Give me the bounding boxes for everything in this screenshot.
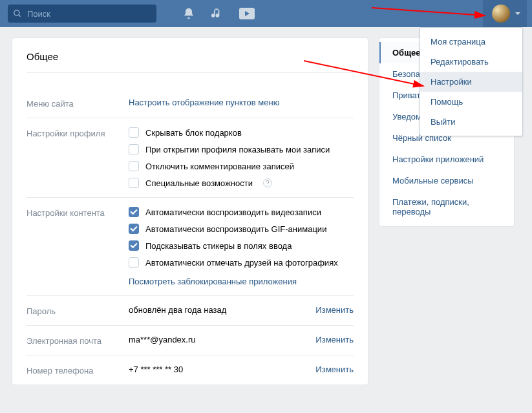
opt-sticker-suggest[interactable]: Подсказывать стикеры в полях ввода <box>129 240 354 251</box>
checkbox[interactable] <box>129 224 139 234</box>
password-updated-value: обновлён два года назад <box>129 305 315 316</box>
row-email: Электронная почта ma***@yandex.ru Измени… <box>27 326 354 355</box>
row-content-settings: Настройки контента Автоматически воспрои… <box>27 198 354 296</box>
sidebar-item-app-settings[interactable]: Настройки приложений <box>379 149 514 170</box>
settings-main-panel: Общее Меню сайта Настроить отображение п… <box>12 37 368 385</box>
dropdown-help[interactable]: Помощь <box>420 92 522 112</box>
chevron-down-icon <box>515 12 520 15</box>
dropdown-settings[interactable]: Настройки <box>420 72 522 92</box>
checkbox[interactable] <box>129 161 139 171</box>
video-icon[interactable] <box>239 8 255 19</box>
sidebar-item-payments[interactable]: Платежи, подписки, переводы <box>379 191 514 222</box>
dropdown-logout[interactable]: Выйти <box>420 112 522 132</box>
change-password-link[interactable]: Изменить <box>315 305 354 316</box>
change-email-link[interactable]: Изменить <box>315 335 354 346</box>
opt-show-my-posts[interactable]: При открытии профиля показывать мои запи… <box>129 144 354 154</box>
checkbox[interactable] <box>129 127 139 138</box>
opt-hide-gifts[interactable]: Скрывать блок подарков <box>129 127 354 138</box>
row-label: Меню сайта <box>27 98 129 109</box>
bell-icon[interactable] <box>182 7 195 20</box>
topbar <box>0 0 532 27</box>
opt-accessibility[interactable]: Специальные возможности? <box>129 178 354 188</box>
svg-point-0 <box>14 10 19 16</box>
phone-value: +7 *** *** ** 30 <box>129 365 315 376</box>
row-password: Пароль обновлён два года назад Изменить <box>27 296 354 326</box>
avatar <box>492 5 510 23</box>
page-title: Общее <box>27 51 354 73</box>
checkbox[interactable] <box>129 240 139 251</box>
checkbox[interactable] <box>129 178 139 188</box>
opt-autoplay-video[interactable]: Автоматически воспроизводить видеозаписи <box>129 207 354 217</box>
checkbox[interactable] <box>129 257 139 268</box>
profile-dropdown: Моя страница Редактировать Настройки Пом… <box>420 27 523 136</box>
checkbox-label: Отключить комментирование записей <box>145 162 294 171</box>
dropdown-edit[interactable]: Редактировать <box>420 52 522 72</box>
row-label: Электронная почта <box>27 335 129 346</box>
profile-menu-trigger[interactable] <box>483 0 527 27</box>
opt-auto-tag-friends[interactable]: Автоматически отмечать друзей на фотогра… <box>129 257 354 268</box>
checkbox-label: Специальные возможности <box>145 178 253 188</box>
help-icon[interactable]: ? <box>263 178 272 187</box>
search-icon <box>13 9 22 18</box>
search-box[interactable] <box>8 5 156 23</box>
topbar-icons <box>182 7 255 20</box>
checkbox-label: При открытии профиля показывать мои запи… <box>145 145 330 154</box>
row-site-menu: Меню сайта Настроить отображение пунктов… <box>27 89 354 118</box>
email-value: ma***@yandex.ru <box>129 335 315 346</box>
dropdown-my-page[interactable]: Моя страница <box>420 32 522 52</box>
checkbox[interactable] <box>129 144 139 154</box>
row-label: Пароль <box>27 305 129 316</box>
opt-autoplay-gif[interactable]: Автоматически воспроизводить GIF-анимаци… <box>129 224 354 234</box>
checkbox[interactable] <box>129 207 139 217</box>
search-input[interactable] <box>22 8 151 19</box>
checkbox-label: Автоматически воспроизводить видеозаписи <box>145 207 321 217</box>
music-icon[interactable] <box>211 7 224 20</box>
checkbox-label: Автоматически отмечать друзей на фотогра… <box>145 258 338 268</box>
row-label: Номер телефона <box>27 365 129 376</box>
checkbox-label: Подсказывать стикеры в полях ввода <box>145 241 292 251</box>
svg-line-1 <box>19 15 21 17</box>
opt-disable-comments[interactable]: Отключить комментирование записей <box>129 161 354 171</box>
blocked-apps-link[interactable]: Посмотреть заблокированные приложения <box>129 277 354 286</box>
row-label: Настройки контента <box>27 207 129 286</box>
row-profile-settings: Настройки профиля Скрывать блок подарков… <box>27 118 354 198</box>
checkbox-label: Скрывать блок подарков <box>145 128 242 138</box>
change-phone-link[interactable]: Изменить <box>315 365 354 376</box>
checkbox-label: Автоматически воспроизводить GIF-анимаци… <box>145 224 326 234</box>
row-label: Настройки профиля <box>27 127 129 188</box>
sidebar-item-mobile[interactable]: Мобильные сервисы <box>379 170 514 191</box>
row-phone: Номер телефона +7 *** *** ** 30 Изменить <box>27 355 354 385</box>
configure-menu-link[interactable]: Настроить отображение пунктов меню <box>129 98 279 107</box>
